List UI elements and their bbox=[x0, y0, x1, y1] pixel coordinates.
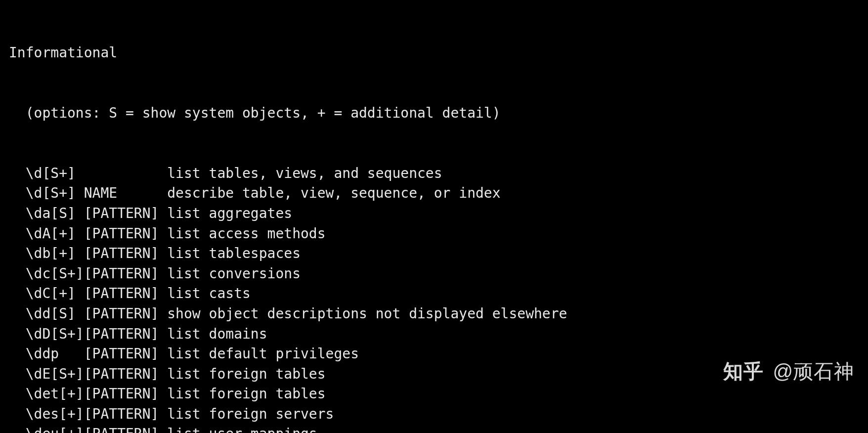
help-command: \deu[+] bbox=[26, 424, 84, 433]
help-command-description: list aggregates bbox=[167, 204, 292, 224]
help-command-row: \des[+][PATTERN]list foreign servers bbox=[9, 404, 859, 425]
help-command-description: list user mappings bbox=[167, 424, 317, 433]
help-command: \dC[+] bbox=[26, 284, 84, 304]
help-command: \dA[+] bbox=[26, 224, 84, 244]
help-command-arg: [PATTERN] bbox=[84, 264, 168, 284]
help-command: \db[+] bbox=[26, 244, 84, 264]
help-command-description: list access methods bbox=[167, 224, 325, 244]
help-command-row: \dd[S][PATTERN]show object descriptions … bbox=[9, 304, 859, 324]
help-command-arg: [PATTERN] bbox=[84, 404, 168, 425]
help-command: \d[S+] bbox=[26, 164, 84, 184]
help-command-description: list domains bbox=[167, 324, 267, 345]
help-command-arg: [PATTERN] bbox=[84, 384, 168, 404]
help-command-arg: [PATTERN] bbox=[84, 344, 168, 364]
help-command-arg: [PATTERN] bbox=[84, 304, 168, 324]
help-command-description: show object descriptions not displayed e… bbox=[167, 304, 567, 324]
help-command-row: \dC[+][PATTERN]list casts bbox=[9, 284, 859, 304]
help-command-description: list foreign tables bbox=[167, 384, 325, 404]
help-command-description: describe table, view, sequence, or index bbox=[167, 183, 500, 204]
help-command-row: \dc[S+][PATTERN]list conversions bbox=[9, 264, 859, 284]
help-command-arg: [PATTERN] bbox=[84, 424, 168, 433]
help-command-arg: [PATTERN] bbox=[84, 244, 168, 264]
help-command-row: \da[S][PATTERN]list aggregates bbox=[9, 204, 859, 224]
help-command-arg: [PATTERN] bbox=[84, 364, 168, 385]
help-command-row: \dA[+][PATTERN]list access methods bbox=[9, 224, 859, 244]
help-command-description: list tables, views, and sequences bbox=[167, 164, 442, 184]
terminal-output: Informational (options: S = show system … bbox=[0, 0, 868, 433]
help-command-arg: [PATTERN] bbox=[84, 204, 168, 224]
help-command-description: list foreign servers bbox=[167, 404, 334, 425]
help-command-description: list conversions bbox=[167, 264, 301, 284]
help-command: \da[S] bbox=[26, 204, 84, 224]
help-command: \dE[S+] bbox=[26, 364, 84, 385]
help-command-description: list casts bbox=[167, 284, 251, 304]
help-command-row: \db[+][PATTERN]list tablespaces bbox=[9, 244, 859, 264]
help-command-description: list default privileges bbox=[167, 344, 359, 364]
help-command-arg: [PATTERN] bbox=[84, 224, 168, 244]
help-command-row: \det[+][PATTERN]list foreign tables bbox=[9, 384, 859, 404]
help-command: \dD[S+] bbox=[26, 324, 84, 345]
help-command: \det[+] bbox=[26, 384, 84, 404]
help-section-heading: Informational bbox=[9, 43, 859, 63]
help-command: \ddp bbox=[26, 344, 84, 364]
help-command-row: \ddp[PATTERN]list default privileges bbox=[9, 344, 859, 364]
help-command-arg: [PATTERN] bbox=[84, 324, 168, 345]
help-command: \d[S+] bbox=[26, 183, 84, 204]
help-command-row: \d[S+]list tables, views, and sequences bbox=[9, 164, 859, 184]
help-command-row: \dE[S+][PATTERN]list foreign tables bbox=[9, 364, 859, 385]
help-command-description: list foreign tables bbox=[167, 364, 325, 385]
help-command-arg: NAME bbox=[84, 183, 168, 204]
help-command-row: \deu[+][PATTERN]list user mappings bbox=[9, 424, 859, 433]
help-command-arg: [PATTERN] bbox=[84, 284, 168, 304]
help-command-row: \dD[S+][PATTERN]list domains bbox=[9, 324, 859, 345]
help-command-row: \d[S+]NAMEdescribe table, view, sequence… bbox=[9, 183, 859, 204]
help-options-legend: (options: S = show system objects, + = a… bbox=[9, 103, 859, 124]
help-command-description: list tablespaces bbox=[167, 244, 301, 264]
help-command-list: \d[S+]list tables, views, and sequences\… bbox=[9, 164, 859, 433]
help-command: \dc[S+] bbox=[26, 264, 84, 284]
help-command: \des[+] bbox=[26, 404, 84, 425]
help-command: \dd[S] bbox=[26, 304, 84, 324]
